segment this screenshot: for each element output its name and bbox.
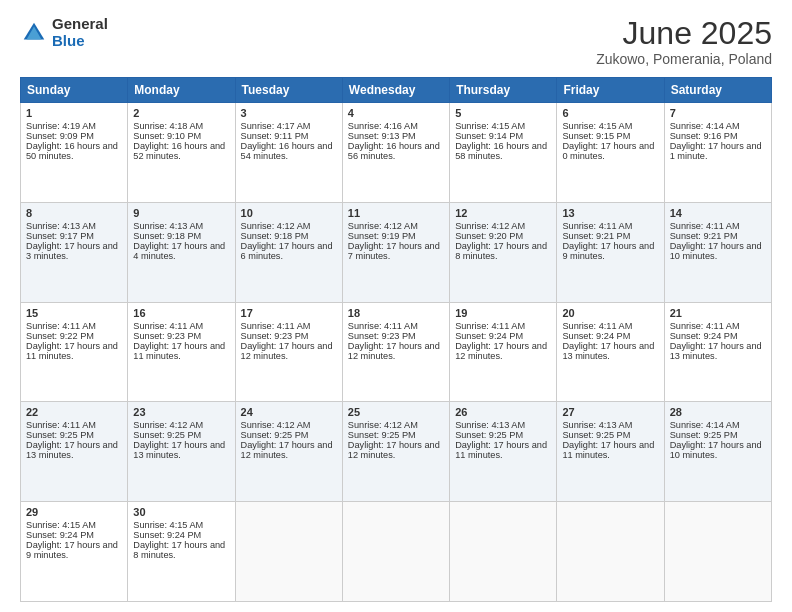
day-number: 13 bbox=[562, 207, 658, 219]
cell-week5-day6 bbox=[557, 502, 664, 602]
logo-blue-text: Blue bbox=[52, 33, 108, 50]
day-number: 16 bbox=[133, 307, 229, 319]
sunset-label: Sunset: 9:15 PM bbox=[562, 131, 630, 141]
sunset-label: Sunset: 9:24 PM bbox=[133, 530, 201, 540]
sunrise-label: Sunrise: 4:11 AM bbox=[348, 321, 418, 331]
cell-week3-day7: 21 Sunrise: 4:11 AM Sunset: 9:24 PM Dayl… bbox=[664, 302, 771, 402]
sunrise-label: Sunrise: 4:11 AM bbox=[670, 221, 740, 231]
day-number: 30 bbox=[133, 506, 229, 518]
sunset-label: Sunset: 9:24 PM bbox=[26, 530, 94, 540]
daylight-label: Daylight: 16 hours and 54 minutes. bbox=[241, 141, 333, 161]
cell-week1-day2: 2 Sunrise: 4:18 AM Sunset: 9:10 PM Dayli… bbox=[128, 103, 235, 203]
daylight-label: Daylight: 17 hours and 12 minutes. bbox=[348, 341, 440, 361]
daylight-label: Daylight: 17 hours and 10 minutes. bbox=[670, 241, 762, 261]
day-number: 28 bbox=[670, 406, 766, 418]
sunrise-label: Sunrise: 4:11 AM bbox=[26, 321, 96, 331]
cell-week5-day3 bbox=[235, 502, 342, 602]
cell-week2-day3: 10 Sunrise: 4:12 AM Sunset: 9:18 PM Dayl… bbox=[235, 202, 342, 302]
sunrise-label: Sunrise: 4:11 AM bbox=[455, 321, 525, 331]
sunrise-label: Sunrise: 4:15 AM bbox=[455, 121, 525, 131]
col-monday: Monday bbox=[128, 78, 235, 103]
cell-week2-day5: 12 Sunrise: 4:12 AM Sunset: 9:20 PM Dayl… bbox=[450, 202, 557, 302]
day-number: 6 bbox=[562, 107, 658, 119]
day-number: 17 bbox=[241, 307, 337, 319]
sunset-label: Sunset: 9:19 PM bbox=[348, 231, 416, 241]
sunset-label: Sunset: 9:23 PM bbox=[348, 331, 416, 341]
cell-week2-day2: 9 Sunrise: 4:13 AM Sunset: 9:18 PM Dayli… bbox=[128, 202, 235, 302]
daylight-label: Daylight: 17 hours and 9 minutes. bbox=[562, 241, 654, 261]
sunrise-label: Sunrise: 4:11 AM bbox=[562, 321, 632, 331]
sunset-label: Sunset: 9:20 PM bbox=[455, 231, 523, 241]
day-number: 1 bbox=[26, 107, 122, 119]
cell-week4-day6: 27 Sunrise: 4:13 AM Sunset: 9:25 PM Dayl… bbox=[557, 402, 664, 502]
sunrise-label: Sunrise: 4:14 AM bbox=[670, 420, 740, 430]
day-number: 21 bbox=[670, 307, 766, 319]
sunset-label: Sunset: 9:16 PM bbox=[670, 131, 738, 141]
cell-week4-day1: 22 Sunrise: 4:11 AM Sunset: 9:25 PM Dayl… bbox=[21, 402, 128, 502]
day-number: 3 bbox=[241, 107, 337, 119]
col-thursday: Thursday bbox=[450, 78, 557, 103]
day-number: 22 bbox=[26, 406, 122, 418]
sunrise-label: Sunrise: 4:17 AM bbox=[241, 121, 311, 131]
sunset-label: Sunset: 9:25 PM bbox=[562, 430, 630, 440]
sunset-label: Sunset: 9:21 PM bbox=[562, 231, 630, 241]
daylight-label: Daylight: 17 hours and 13 minutes. bbox=[26, 440, 118, 460]
sunset-label: Sunset: 9:17 PM bbox=[26, 231, 94, 241]
daylight-label: Daylight: 16 hours and 58 minutes. bbox=[455, 141, 547, 161]
cell-week1-day3: 3 Sunrise: 4:17 AM Sunset: 9:11 PM Dayli… bbox=[235, 103, 342, 203]
calendar: Sunday Monday Tuesday Wednesday Thursday… bbox=[20, 77, 772, 602]
sunset-label: Sunset: 9:23 PM bbox=[133, 331, 201, 341]
daylight-label: Daylight: 17 hours and 11 minutes. bbox=[455, 440, 547, 460]
day-number: 8 bbox=[26, 207, 122, 219]
week-row-3: 15 Sunrise: 4:11 AM Sunset: 9:22 PM Dayl… bbox=[21, 302, 772, 402]
week-row-1: 1 Sunrise: 4:19 AM Sunset: 9:09 PM Dayli… bbox=[21, 103, 772, 203]
daylight-label: Daylight: 17 hours and 13 minutes. bbox=[562, 341, 654, 361]
cell-week3-day4: 18 Sunrise: 4:11 AM Sunset: 9:23 PM Dayl… bbox=[342, 302, 449, 402]
daylight-label: Daylight: 17 hours and 0 minutes. bbox=[562, 141, 654, 161]
col-tuesday: Tuesday bbox=[235, 78, 342, 103]
cell-week3-day6: 20 Sunrise: 4:11 AM Sunset: 9:24 PM Dayl… bbox=[557, 302, 664, 402]
sunset-label: Sunset: 9:24 PM bbox=[562, 331, 630, 341]
day-number: 10 bbox=[241, 207, 337, 219]
sunset-label: Sunset: 9:09 PM bbox=[26, 131, 94, 141]
daylight-label: Daylight: 17 hours and 12 minutes. bbox=[455, 341, 547, 361]
day-number: 12 bbox=[455, 207, 551, 219]
daylight-label: Daylight: 17 hours and 12 minutes. bbox=[348, 440, 440, 460]
sunrise-label: Sunrise: 4:16 AM bbox=[348, 121, 418, 131]
daylight-label: Daylight: 17 hours and 9 minutes. bbox=[26, 540, 118, 560]
sunrise-label: Sunrise: 4:19 AM bbox=[26, 121, 96, 131]
cell-week4-day7: 28 Sunrise: 4:14 AM Sunset: 9:25 PM Dayl… bbox=[664, 402, 771, 502]
daylight-label: Daylight: 17 hours and 11 minutes. bbox=[133, 341, 225, 361]
day-number: 7 bbox=[670, 107, 766, 119]
sunset-label: Sunset: 9:11 PM bbox=[241, 131, 309, 141]
sunrise-label: Sunrise: 4:11 AM bbox=[670, 321, 740, 331]
day-number: 20 bbox=[562, 307, 658, 319]
daylight-label: Daylight: 17 hours and 13 minutes. bbox=[133, 440, 225, 460]
sunrise-label: Sunrise: 4:13 AM bbox=[455, 420, 525, 430]
sunrise-label: Sunrise: 4:13 AM bbox=[133, 221, 203, 231]
sunrise-label: Sunrise: 4:11 AM bbox=[562, 221, 632, 231]
day-number: 29 bbox=[26, 506, 122, 518]
sunrise-label: Sunrise: 4:11 AM bbox=[133, 321, 203, 331]
sunset-label: Sunset: 9:25 PM bbox=[133, 430, 201, 440]
subtitle: Zukowo, Pomerania, Poland bbox=[596, 51, 772, 67]
sunset-label: Sunset: 9:24 PM bbox=[455, 331, 523, 341]
day-number: 11 bbox=[348, 207, 444, 219]
sunrise-label: Sunrise: 4:14 AM bbox=[670, 121, 740, 131]
day-number: 9 bbox=[133, 207, 229, 219]
cell-week5-day5 bbox=[450, 502, 557, 602]
sunset-label: Sunset: 9:18 PM bbox=[241, 231, 309, 241]
cell-week3-day3: 17 Sunrise: 4:11 AM Sunset: 9:23 PM Dayl… bbox=[235, 302, 342, 402]
cell-week4-day2: 23 Sunrise: 4:12 AM Sunset: 9:25 PM Dayl… bbox=[128, 402, 235, 502]
day-number: 19 bbox=[455, 307, 551, 319]
daylight-label: Daylight: 17 hours and 8 minutes. bbox=[455, 241, 547, 261]
title-block: June 2025 Zukowo, Pomerania, Poland bbox=[596, 16, 772, 67]
daylight-label: Daylight: 17 hours and 12 minutes. bbox=[241, 341, 333, 361]
sunrise-label: Sunrise: 4:11 AM bbox=[26, 420, 96, 430]
cell-week4-day3: 24 Sunrise: 4:12 AM Sunset: 9:25 PM Dayl… bbox=[235, 402, 342, 502]
cell-week1-day7: 7 Sunrise: 4:14 AM Sunset: 9:16 PM Dayli… bbox=[664, 103, 771, 203]
sunset-label: Sunset: 9:13 PM bbox=[348, 131, 416, 141]
col-saturday: Saturday bbox=[664, 78, 771, 103]
sunset-label: Sunset: 9:25 PM bbox=[348, 430, 416, 440]
day-number: 15 bbox=[26, 307, 122, 319]
